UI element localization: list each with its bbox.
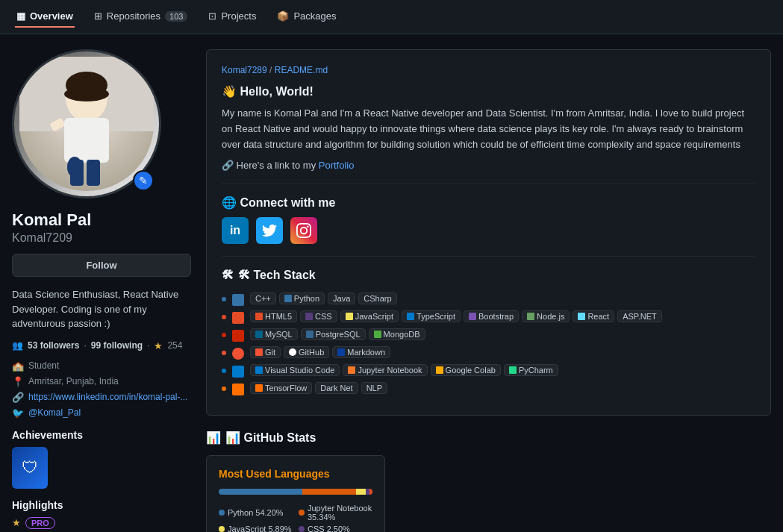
ml-icon — [232, 384, 244, 395]
languages-card-title: Most Used Languages — [219, 468, 372, 480]
tech-badges-ml: TensorFlow Dark Net NLP — [250, 382, 387, 394]
tech-dot-5 — [222, 369, 226, 373]
tech-badges-ide: Visual Studio Code Jupyter Notebook Goog… — [250, 364, 558, 376]
portfolio-text: 🔗 Here's a link to my Portfolio — [222, 160, 755, 171]
portfolio-link[interactable]: Portfolio — [319, 160, 355, 171]
highlights-title: Highlights — [12, 499, 191, 511]
legend-python: Python 54.20% — [219, 504, 293, 522]
tech-row-1: C++ Python Java CSharp — [222, 292, 755, 306]
followers-icon: 👥 — [12, 340, 23, 351]
bar-jupyter — [302, 489, 357, 495]
highlights-row: ★ PRO — [12, 517, 191, 529]
badge-python: Python — [279, 292, 325, 304]
web-icon — [232, 312, 244, 324]
avatar-image — [19, 57, 154, 191]
svg-rect-7 — [87, 160, 100, 186]
tech-stack-title: 🛠 🛠 Tech Stack — [222, 269, 755, 282]
badge-js: JavaScript — [340, 310, 399, 322]
followers-link[interactable]: 53 followers — [28, 340, 79, 351]
badge-css: CSS — [300, 310, 337, 322]
twitter-link[interactable]: @Komal_Pal — [28, 407, 81, 418]
legend-jupyter: Jupyter Notebook 35.34% — [299, 504, 372, 522]
pro-badge: PRO — [25, 517, 55, 529]
github-stats-title: 📊 📊 GitHub Stats — [206, 431, 771, 445]
profile-website[interactable]: 🔗 https://www.linkedin.com/in/komal-pal-… — [12, 392, 191, 403]
badge-vscode: Visual Studio Code — [250, 364, 340, 376]
readme-breadcrumb: Komal7289 / README.md — [222, 65, 755, 75]
profile-name: Komal Pal — [12, 210, 191, 230]
git-icon — [232, 348, 244, 360]
breadcrumb-user[interactable]: Komal7289 — [222, 65, 267, 75]
website-link[interactable]: https://www.linkedin.com/in/komal-pal-..… — [28, 392, 187, 402]
achievement-badge: 🛡 — [12, 447, 48, 489]
linkedin-icon[interactable]: in — [222, 217, 249, 244]
badge-ts: TypeScript — [402, 310, 461, 322]
badge-aspnet: ASP.NET — [617, 310, 662, 322]
location-icon: 📍 — [12, 376, 24, 387]
tech-row-6: TensorFlow Dark Net NLP — [222, 382, 755, 395]
bar-python — [219, 489, 302, 495]
tech-row-5: Visual Studio Code Jupyter Notebook Goog… — [222, 364, 755, 378]
badge-csharp: CSharp — [358, 292, 396, 304]
badge-postgresql: PostgreSQL — [301, 328, 366, 340]
packages-icon: 📦 — [277, 10, 289, 22]
tech-row-4: Git GitHub Markdown — [222, 346, 755, 360]
badge-nodejs: Node.js — [522, 310, 570, 322]
tech-row-2: HTML5 CSS JavaScript TypeScript Bootstra… — [222, 310, 755, 324]
tech-badges-languages: C++ Python Java CSharp — [250, 292, 397, 304]
legend-dot-css — [299, 526, 305, 532]
tech-dot-2 — [222, 315, 226, 319]
following-link[interactable]: 99 following — [91, 340, 143, 351]
legend-dot-jupyter — [299, 510, 305, 516]
profile-location: 📍 Amritsar, Punjab, India — [12, 376, 191, 387]
legend-js: JavaScript 5.89% — [219, 525, 293, 532]
badge-mongodb: MongoDB — [369, 328, 425, 340]
svg-point-4 — [64, 87, 109, 101]
avatar-edit-badge[interactable]: ✎ — [133, 170, 154, 191]
social-icons-row: in — [222, 217, 755, 244]
legend-dot-python — [219, 510, 225, 516]
twitter-social-icon[interactable] — [256, 217, 283, 244]
achievements-title: Achievements — [12, 429, 191, 441]
bar-js — [356, 489, 365, 495]
wrench-icon: 🛠 — [222, 269, 234, 282]
db-icon — [232, 330, 244, 342]
building-icon: 🏫 — [12, 360, 24, 372]
tech-badges-tools: Git GitHub Markdown — [250, 346, 390, 358]
tech-dot-1 — [222, 297, 226, 301]
github-stats-section: 📊 📊 GitHub Stats Most Used Languages Pyt… — [206, 431, 771, 532]
nav-tab-overview[interactable]: ▦ Overview — [15, 6, 75, 28]
top-nav: ▦ Overview ⊞ Repositories 103 ⊡ Projects… — [0, 0, 783, 34]
badge-darknet: Dark Net — [315, 382, 358, 394]
readme-intro: My name is Komal Pal and I'm a React Nat… — [222, 106, 755, 152]
badge-nlp: NLP — [361, 382, 387, 394]
badge-cpp: C++ — [250, 292, 276, 304]
twitter-icon: 🐦 — [12, 407, 24, 419]
highlights-star-icon: ★ — [12, 517, 21, 528]
bar-html — [369, 489, 372, 495]
readme-card: Komal7289 / README.md 👋 Hello, World! My… — [206, 49, 771, 416]
nav-tab-packages[interactable]: 📦 Packages — [275, 6, 337, 28]
projects-icon: ⊡ — [208, 10, 216, 22]
badge-git: Git — [250, 346, 281, 358]
language-legend: Python 54.20% Jupyter Notebook 35.34% Ja… — [219, 504, 372, 532]
language-bar — [219, 489, 372, 495]
badge-tensorflow: TensorFlow — [250, 382, 312, 394]
overview-icon: ▦ — [16, 10, 25, 22]
badge-jupyter: Jupyter Notebook — [343, 364, 427, 376]
breadcrumb-file[interactable]: README.md — [275, 65, 328, 75]
nav-tab-repositories[interactable]: ⊞ Repositories 103 — [93, 6, 190, 28]
avatar-container: ✎ — [12, 49, 161, 198]
svg-rect-5 — [64, 118, 109, 163]
readme-greeting: 👋 Hello, World! — [222, 84, 755, 98]
badge-react: React — [573, 310, 614, 322]
repo-badge: 103 — [165, 11, 187, 22]
profile-twitter[interactable]: 🐦 @Komal_Pal — [12, 407, 191, 419]
languages-card: Most Used Languages Python 54.20% J — [206, 455, 385, 532]
profile-username: Komal7209 — [12, 231, 191, 245]
main-content: Komal7289 / README.md 👋 Hello, World! My… — [206, 49, 771, 532]
vscode-icon — [232, 366, 244, 378]
instagram-icon[interactable] — [290, 217, 317, 244]
follow-button[interactable]: Follow — [12, 254, 191, 277]
nav-tab-projects[interactable]: ⊡ Projects — [207, 6, 258, 28]
